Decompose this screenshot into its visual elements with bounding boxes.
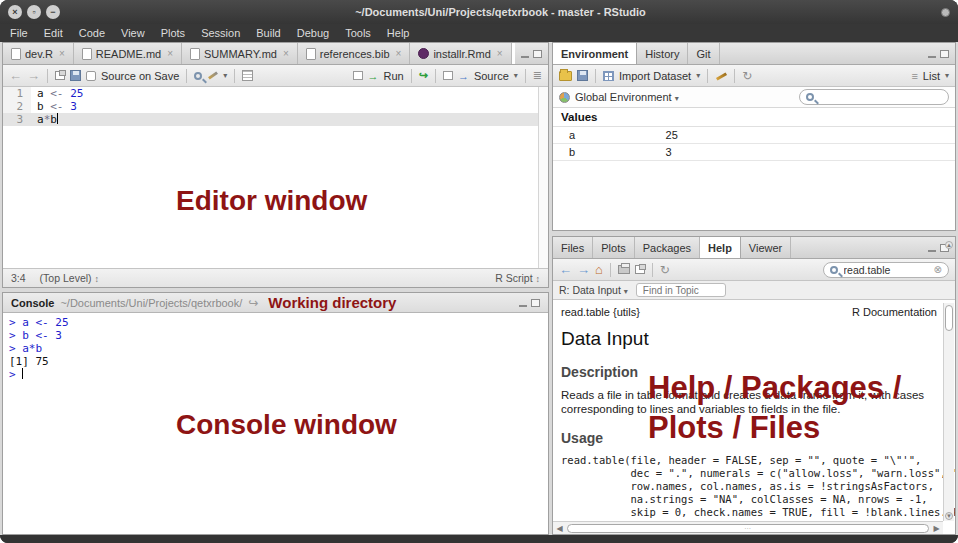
menu-code[interactable]: Code — [71, 27, 113, 39]
environment-search-input[interactable] — [818, 90, 906, 104]
editor-tab-summary-md[interactable]: SUMMARY.md× — [182, 43, 298, 64]
wand-dropdown-icon[interactable]: ▾ — [223, 71, 227, 80]
editor-tab-readme-md[interactable]: README.md× — [74, 43, 182, 64]
help-search-box[interactable]: ⊗ — [823, 262, 949, 278]
minimize-window-button[interactable]: − — [46, 5, 60, 19]
editor-tab-dev-r[interactable]: dev.R× — [3, 43, 74, 64]
file-type-selector[interactable]: R Script ↕ — [495, 272, 540, 284]
import-dataset-dropdown-icon[interactable]: ▾ — [696, 71, 700, 80]
print-icon[interactable] — [618, 265, 630, 274]
load-workspace-icon[interactable] — [559, 71, 572, 81]
environment-row[interactable]: a25 — [553, 127, 955, 144]
code-tools-wand-icon[interactable] — [207, 70, 218, 81]
close-window-button[interactable]: × — [8, 5, 22, 19]
help-vertical-scrollbar[interactable]: ▲ ▼ — [943, 303, 954, 521]
menu-help[interactable]: Help — [379, 27, 418, 39]
help-document[interactable]: read.table {utils} R Documentation Data … — [553, 300, 955, 519]
scrollbar-thumb[interactable] — [945, 305, 953, 331]
help-search-input[interactable] — [842, 263, 930, 277]
code-line[interactable]: 3a*b — [3, 113, 548, 126]
run-arrow-icon[interactable]: → — [368, 70, 379, 82]
run-button[interactable]: Run — [384, 70, 404, 82]
scroll-up-icon[interactable]: ▲ — [945, 241, 953, 249]
scroll-right-icon[interactable]: ▶ — [930, 524, 943, 533]
import-dataset-icon[interactable] — [603, 71, 614, 81]
search-icon[interactable] — [194, 72, 202, 80]
rerun-icon[interactable]: ↪ — [419, 69, 428, 82]
environment-row[interactable]: b3 — [553, 144, 955, 161]
minimize-pane-icon[interactable] — [928, 56, 936, 58]
back-icon[interactable]: ← — [9, 68, 22, 83]
help-horizontal-scrollbar[interactable]: ◀ ⋯ ▶ — [553, 521, 943, 534]
tab-environment[interactable]: Environment — [553, 43, 637, 64]
list-view-icon[interactable]: ≡ — [911, 70, 917, 82]
source-dropdown-icon[interactable]: ▾ — [514, 71, 518, 80]
back-icon[interactable]: ← — [559, 262, 572, 277]
close-tab-icon[interactable]: × — [59, 48, 65, 59]
home-icon[interactable]: ⌂ — [595, 264, 603, 276]
save-icon[interactable] — [70, 70, 81, 81]
goto-directory-icon[interactable]: ↪ — [248, 296, 258, 310]
close-tab-icon[interactable]: × — [167, 48, 173, 59]
minimize-pane-icon[interactable] — [519, 305, 527, 307]
menu-session[interactable]: Session — [193, 27, 248, 39]
code-editor[interactable]: 1a <- 252b <- 33a*b Editor window — [3, 87, 548, 268]
scroll-left-icon[interactable]: ◀ — [553, 524, 566, 533]
clear-search-icon[interactable]: ⊗ — [934, 264, 942, 275]
menu-tools[interactable]: Tools — [337, 27, 379, 39]
editor-scrollbar[interactable] — [538, 87, 548, 268]
save-workspace-icon[interactable] — [577, 70, 588, 81]
open-in-new-window-icon[interactable] — [635, 265, 645, 274]
find-in-topic-box[interactable] — [636, 283, 726, 297]
environment-scope-selector[interactable]: Global Environment ▾ — [575, 91, 679, 103]
environment-search-box[interactable] — [799, 89, 949, 105]
document-outline-icon[interactable]: ≣ — [533, 69, 542, 82]
code-line[interactable]: 2b <- 3 — [3, 100, 548, 113]
minimize-pane-icon[interactable] — [521, 56, 529, 58]
find-in-topic-input[interactable] — [641, 284, 721, 297]
maximize-pane-icon[interactable] — [533, 50, 542, 58]
forward-icon[interactable]: → — [27, 68, 40, 83]
import-dataset-button[interactable]: Import Dataset — [619, 70, 691, 82]
menu-edit[interactable]: Edit — [36, 27, 71, 39]
open-in-new-window-icon[interactable] — [55, 71, 65, 80]
scope-selector[interactable]: (Top Level) ↕ — [40, 272, 99, 284]
source-on-save-checkbox[interactable] — [86, 71, 96, 81]
editor-tab-references-bib[interactable]: references.bib× — [298, 43, 411, 64]
menu-view[interactable]: View — [113, 27, 153, 39]
scrollbar-thumb[interactable]: ⋯ — [567, 524, 929, 533]
close-tab-icon[interactable]: × — [497, 48, 503, 59]
tab-plots[interactable]: Plots — [593, 237, 634, 258]
console-output[interactable]: > a <- 25> b <- 3> a*b[1] 75> Console wi… — [3, 313, 548, 535]
list-dropdown-icon[interactable]: ▾ — [945, 71, 949, 80]
source-button[interactable]: Source — [474, 70, 509, 82]
compile-notebook-icon[interactable] — [242, 70, 253, 81]
tab-history[interactable]: History — [637, 43, 688, 64]
code-line[interactable]: 1a <- 25 — [3, 87, 548, 100]
clear-workspace-broom-icon[interactable] — [715, 70, 727, 82]
maximize-pane-icon[interactable] — [940, 50, 949, 58]
tab-packages[interactable]: Packages — [635, 237, 700, 258]
tab-viewer[interactable]: Viewer — [741, 237, 791, 258]
source-arrow-icon[interactable]: → — [458, 70, 469, 82]
forward-icon[interactable]: → — [577, 262, 590, 277]
tab-files[interactable]: Files — [553, 237, 593, 258]
menu-file[interactable]: File — [6, 27, 36, 39]
refresh-icon[interactable]: ↻ — [742, 69, 752, 83]
menu-build[interactable]: Build — [248, 27, 288, 39]
maximize-window-button[interactable]: ▫ — [27, 5, 41, 19]
maximize-pane-icon[interactable] — [531, 299, 540, 307]
editor-tab-installr-rmd[interactable]: installr.Rmd× — [410, 43, 511, 64]
minimize-pane-icon[interactable] — [928, 250, 936, 252]
tab-git[interactable]: Git — [688, 43, 719, 64]
list-view-button[interactable]: List — [923, 70, 940, 82]
refresh-icon[interactable]: ↻ — [660, 263, 670, 277]
topic-selector[interactable]: R: Data Input ▾ — [559, 284, 628, 296]
close-tab-icon[interactable]: × — [283, 48, 289, 59]
run-icon[interactable] — [353, 71, 363, 80]
source-icon[interactable] — [443, 71, 453, 80]
menu-debug[interactable]: Debug — [289, 27, 337, 39]
scroll-down-icon[interactable]: ▼ — [945, 512, 953, 520]
tab-help[interactable]: Help — [700, 237, 741, 258]
close-tab-icon[interactable]: × — [396, 48, 402, 59]
